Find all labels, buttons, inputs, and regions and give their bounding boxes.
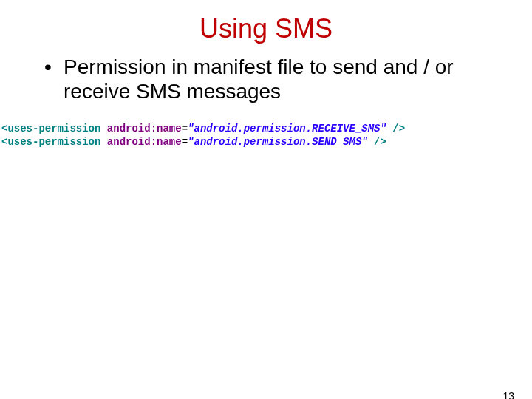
slide: Using SMS Permission in manifest file to… [0, 13, 532, 399]
code-punct: = [182, 136, 188, 148]
code-tag: uses-permission [7, 136, 100, 148]
slide-body: Permission in manifest file to send and … [0, 55, 532, 149]
code-tag: uses-permission [7, 123, 100, 134]
bullet-item: Permission in manifest file to send and … [44, 55, 510, 103]
code-attr: android:name [107, 123, 182, 134]
code-line-1: <uses-permission android:name="android.p… [1, 123, 510, 136]
code-string: "android.permission.SEND_SMS" [188, 136, 368, 148]
code-attr: android:name [107, 136, 182, 148]
page-number: 13 [502, 390, 514, 399]
slide-title: Using SMS [0, 13, 532, 44]
code-punct: /> [386, 123, 405, 134]
code-punct: = [182, 123, 188, 134]
code-string: "android.permission.RECEIVE_SMS" [188, 123, 386, 134]
code-punct: /> [368, 136, 386, 148]
code-line-2: <uses-permission android:name="android.p… [1, 136, 510, 149]
code-block: <uses-permission android:name="android.p… [1, 123, 510, 149]
